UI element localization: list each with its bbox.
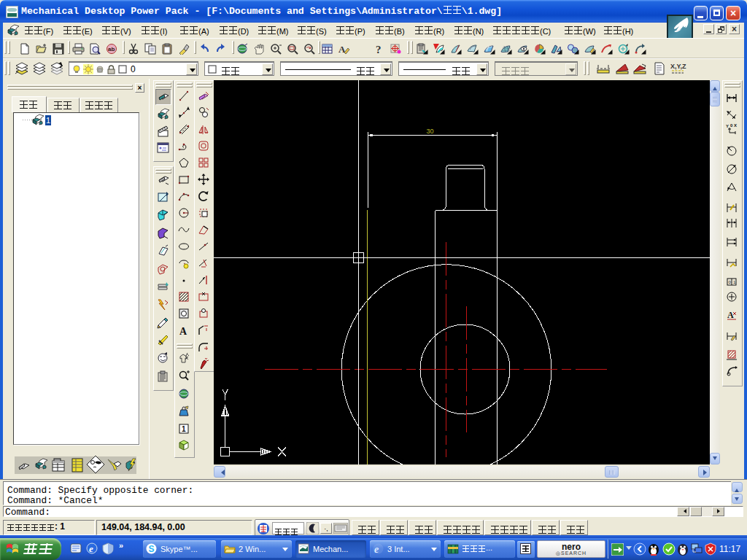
svg-text:e: e xyxy=(89,543,93,554)
svg-text:0 X: 0 X xyxy=(730,123,737,128)
svg-text:0: 0 xyxy=(729,280,732,284)
svg-text:e: e xyxy=(374,544,379,554)
svg-text:ab: ab xyxy=(108,46,115,52)
svg-text:Y: Y xyxy=(726,124,729,128)
svg-text:A: A xyxy=(179,326,187,337)
svg-text:X,Y,Z: X,Y,Z xyxy=(670,63,686,70)
svg-text:A: A xyxy=(727,310,734,320)
svg-text:1: 1 xyxy=(733,280,736,284)
svg-text:1: 1 xyxy=(182,425,186,433)
svg-text:S: S xyxy=(149,544,155,554)
svg-text:?: ? xyxy=(376,44,382,55)
svg-text:30: 30 xyxy=(427,128,434,135)
